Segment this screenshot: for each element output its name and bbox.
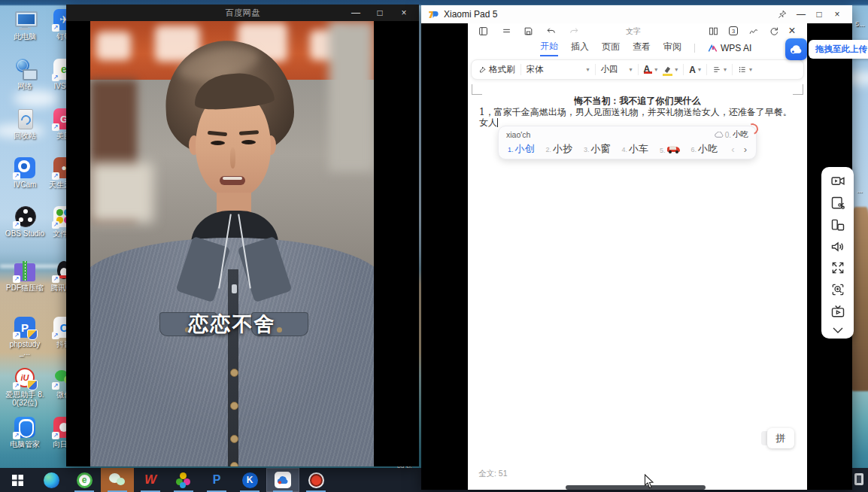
desktop-icon-pc-manager[interactable]: ↗ 电脑管家 bbox=[5, 415, 45, 448]
video-subtitle: 恋恋不舍 bbox=[90, 311, 374, 338]
pp-cast-icon: P bbox=[213, 473, 221, 487]
close-button[interactable]: × bbox=[828, 5, 846, 23]
desktop-icon-this-pc[interactable]: 此电脑 bbox=[5, 8, 45, 41]
desktop-icon-recycle-bin[interactable]: 回收站 bbox=[5, 107, 45, 140]
ime-cloud-candidate[interactable]: 0. 小吃 bbox=[715, 129, 748, 140]
android-gesture-bar[interactable] bbox=[566, 485, 706, 490]
jacket-button bbox=[230, 462, 238, 466]
font-size-select[interactable]: 小四▾ bbox=[601, 64, 633, 75]
document-title-line[interactable]: 悔不当初：我不追了你们哭什么 bbox=[468, 96, 807, 107]
tab-review[interactable]: 审阅 bbox=[663, 41, 681, 56]
shortcut-arrow-icon: ↗ bbox=[52, 24, 59, 32]
font-family-select[interactable]: 宋体▾ bbox=[527, 64, 590, 75]
ime-candidate[interactable]: 5. bbox=[660, 144, 680, 155]
format-painter-button[interactable]: 格式刷 bbox=[478, 64, 515, 75]
document-page[interactable]: 悔不当初：我不追了你们哭什么 1，富家千金高燃出场，男人见面送礼物，并买礼物送给… bbox=[468, 79, 807, 129]
ime-candidate[interactable]: 2.小抄 bbox=[546, 142, 573, 156]
pad-window-titlebar[interactable]: Xiaomi Pad 5 — □ × bbox=[421, 5, 852, 23]
tab-page[interactable]: 页面 bbox=[602, 41, 620, 56]
close-document-icon[interactable]: × bbox=[786, 26, 798, 36]
taskbar-item-360-browser[interactable]: e bbox=[68, 468, 101, 492]
highlight-color-button[interactable]: ▾ bbox=[663, 65, 678, 74]
reading-view-icon[interactable] bbox=[707, 26, 719, 36]
taskbar-item-screen-recorder[interactable] bbox=[299, 468, 332, 492]
ink-pen-icon[interactable] bbox=[748, 26, 760, 36]
pinyin-toggle-button[interactable]: 拼 bbox=[767, 428, 794, 448]
taskbar-item-wechat[interactable] bbox=[101, 468, 134, 492]
ime-prev-page[interactable]: ‹ bbox=[731, 144, 734, 155]
word-count: 全文: 51 bbox=[478, 469, 508, 479]
file-panel-icon[interactable] bbox=[477, 26, 489, 36]
network-icon bbox=[13, 57, 37, 81]
ime-candidate[interactable]: 3.小窗 bbox=[584, 142, 611, 156]
collapse-chevron-icon[interactable] bbox=[831, 326, 845, 335]
edge-icon bbox=[44, 472, 59, 488]
desktop-icon-ivcam[interactable]: ↗ IVCam bbox=[5, 156, 45, 189]
tab-view[interactable]: 查看 bbox=[633, 41, 651, 56]
start-button[interactable] bbox=[0, 468, 35, 492]
desktop-icon-aisi[interactable]: iU ↗ 爱思助手 8.0(32位) bbox=[5, 366, 45, 407]
chevron-down-icon: ▾ bbox=[675, 66, 678, 73]
taskbar-item-edge[interactable] bbox=[35, 468, 68, 492]
align-icon bbox=[712, 65, 721, 74]
ime-next-page[interactable]: › bbox=[744, 144, 747, 155]
taskbar-item-baidu-netdisk[interactable] bbox=[266, 468, 299, 492]
video-frame[interactable]: 恋恋不舍 bbox=[90, 21, 374, 466]
list-button[interactable]: ▾ bbox=[738, 65, 752, 74]
volume-icon[interactable] bbox=[830, 239, 845, 254]
pad-screen: 文字 3 × 开始 插入 页面 查看 审阅 bbox=[468, 23, 807, 490]
desktop-icon-label: OBS Studio bbox=[5, 229, 45, 238]
document-line[interactable]: 1，富家千金高燃出场，男人见面送礼物，并买礼物送给女人，还准备了早餐。 bbox=[479, 107, 796, 118]
jacket-button bbox=[230, 402, 238, 410]
video-player-area[interactable]: 恋恋不舍 bbox=[66, 21, 419, 466]
pin-icon[interactable] bbox=[777, 9, 788, 20]
cloud-icon bbox=[715, 132, 724, 138]
netdisk-upload-widget[interactable]: 拖拽至此上传 bbox=[785, 38, 868, 60]
chevron-down-icon: ▾ bbox=[749, 66, 752, 73]
desktop-icon-label: phpstudy_... bbox=[5, 340, 45, 357]
video-window-titlebar[interactable]: 百度网盘 — □ × bbox=[66, 5, 419, 21]
ime-candidate[interactable]: 4.小车 bbox=[622, 142, 649, 156]
text-caret bbox=[497, 118, 498, 127]
alignment-button[interactable]: ▾ bbox=[712, 65, 727, 74]
record-screen-icon[interactable] bbox=[830, 174, 845, 189]
page-number-icon[interactable]: 3 bbox=[727, 26, 739, 36]
close-button[interactable]: × bbox=[392, 5, 416, 21]
desktop-icon-obs[interactable]: ↗ OBS Studio bbox=[5, 205, 45, 238]
desktop-icon-phpstudy[interactable]: P ↗ phpstudy_... bbox=[5, 315, 45, 357]
desktop-icon-pdf-compressor[interactable]: ↗ PDF猫压缩 bbox=[5, 259, 45, 292]
shortcut-arrow-icon: ↗ bbox=[13, 275, 20, 283]
minimize-button[interactable]: — bbox=[344, 5, 368, 21]
tab-home[interactable]: 开始 bbox=[540, 40, 558, 56]
taskbar-item-pp-cast[interactable]: P bbox=[200, 468, 233, 492]
share-icon[interactable] bbox=[767, 26, 779, 36]
wps-ai-button[interactable]: WPS AI bbox=[708, 43, 751, 53]
ime-candidate[interactable]: 6.小吃 bbox=[691, 142, 718, 156]
desktop-icon-network[interactable]: 网络 bbox=[5, 57, 45, 90]
minimize-button[interactable]: — bbox=[792, 5, 810, 23]
tab-insert[interactable]: 插入 bbox=[571, 41, 589, 56]
tray-icon-fragment[interactable] bbox=[854, 473, 863, 485]
save-icon[interactable] bbox=[522, 26, 534, 36]
taskbar-item-k-app[interactable]: K bbox=[233, 468, 266, 492]
taskbar-item-wps[interactable]: W bbox=[134, 468, 167, 492]
rotate-device-icon[interactable] bbox=[830, 217, 845, 232]
fullscreen-icon[interactable] bbox=[830, 260, 845, 275]
ime-candidate[interactable]: 1.小创 bbox=[508, 142, 535, 156]
screenshot-icon[interactable] bbox=[830, 196, 845, 211]
maximize-button[interactable]: □ bbox=[810, 5, 828, 23]
maximize-button[interactable]: □ bbox=[368, 5, 392, 21]
shortcut-arrow-icon: ↗ bbox=[13, 432, 20, 439]
360-browser-icon: e bbox=[77, 472, 93, 488]
netdisk-cloud-icon bbox=[785, 38, 807, 60]
font-color-button[interactable]: A ▾ bbox=[644, 65, 658, 74]
aisi-icon: iU ↗ bbox=[13, 366, 37, 390]
cast-to-tv-icon[interactable] bbox=[830, 304, 845, 319]
document-mode-label: 文字 bbox=[626, 26, 641, 37]
text-effect-button[interactable]: A ▾ bbox=[689, 65, 701, 75]
undo-icon[interactable] bbox=[545, 26, 557, 36]
zoom-magnifier-icon[interactable] bbox=[830, 282, 845, 297]
menu-icon[interactable] bbox=[500, 26, 512, 36]
redo-icon[interactable] bbox=[568, 26, 580, 36]
taskbar-item-pinwheel[interactable] bbox=[167, 468, 200, 492]
